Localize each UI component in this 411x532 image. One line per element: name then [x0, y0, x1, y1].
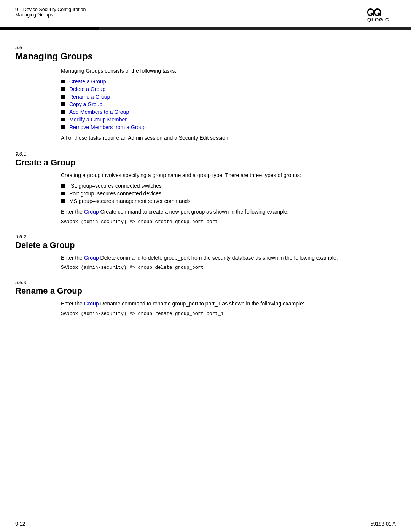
group-type-isl: ISL group–secures connected switches	[69, 183, 162, 189]
svg-text:QLOGIC: QLOGIC	[367, 17, 389, 22]
rename-group-link[interactable]: Rename a Group	[69, 94, 110, 100]
create-code-block: SANbox (admin-security) #> group create …	[61, 219, 396, 225]
remove-members-link[interactable]: Remove Members from a Group	[69, 124, 146, 130]
group-types-list: ISL group–secures connected switches Por…	[61, 183, 396, 204]
create-body2: Enter the Group Create command to create…	[61, 208, 396, 216]
chapter-label: 9 – Device Security Configuration	[15, 7, 86, 12]
rule-black	[0, 27, 99, 30]
admin-note: All of these tasks require an Admin sess…	[61, 134, 396, 142]
qlogic-logo: QLOGIC	[367, 7, 396, 24]
bullet-icon	[61, 102, 65, 106]
page-header: 9 – Device Security Configuration Managi…	[0, 0, 411, 24]
doc-number: 59183-01 A	[370, 521, 396, 527]
list-item: Rename a Group	[61, 94, 396, 100]
bullet-icon	[61, 125, 65, 129]
header-divider	[0, 27, 411, 30]
delete-group-link[interactable]: Delete a Group	[69, 86, 105, 92]
create-group-link[interactable]: Create a Group	[69, 78, 106, 85]
rename-code-block: SANbox (admin-security) #> group rename …	[61, 311, 396, 316]
rename-body1: Enter the Group Rename command to rename…	[61, 300, 396, 308]
delete-body1-post: Delete command to delete group_port from…	[99, 255, 338, 261]
modify-member-link[interactable]: Modify a Group Member	[69, 117, 127, 123]
bullet-icon	[61, 95, 65, 99]
subsection-962-content: Enter the Group Delete command to delete…	[61, 254, 396, 271]
rename-body1-post: Rename command to rename group_port to p…	[99, 300, 304, 307]
page-footer: 9-12 59183-01 A	[0, 517, 411, 532]
create-group-inline-link[interactable]: Group	[84, 209, 99, 215]
group-type-port: Port group–secures connected devices	[69, 190, 161, 197]
section-9-6-content: Managing Groups consists of the followin…	[61, 67, 396, 142]
list-item: Copy a Group	[61, 101, 396, 107]
rename-body1-pre: Enter the	[61, 300, 84, 307]
delete-code-block: SANbox (admin-security) #> group delete …	[61, 265, 396, 270]
list-item: Delete a Group	[61, 86, 396, 92]
add-members-link[interactable]: Add Members to a Group	[69, 109, 129, 115]
bullet-icon	[61, 80, 65, 83]
bullet-icon	[61, 192, 65, 195]
subsection-963-content: Enter the Group Rename command to rename…	[61, 300, 396, 316]
bullet-icon	[61, 87, 65, 91]
subsection-962-num: 9.6.2	[15, 234, 396, 240]
delete-body1-pre: Enter the	[61, 255, 84, 261]
page-wrapper: 9 – Device Security Configuration Managi…	[0, 0, 411, 532]
subsection-962-title: Delete a Group	[15, 240, 396, 250]
subsection-961-content: Creating a group involves specifying a g…	[61, 171, 396, 224]
subsection-963-title: Rename a Group	[15, 286, 396, 296]
intro-text: Managing Groups consists of the followin…	[61, 67, 396, 75]
list-item: MS group–secures management server comma…	[61, 198, 396, 204]
section-9-6-num: 9.6	[15, 45, 396, 50]
bullet-icon	[61, 118, 65, 121]
list-item: Port group–secures connected devices	[61, 190, 396, 197]
delete-body1: Enter the Group Delete command to delete…	[61, 254, 396, 262]
section-9-6-title: Managing Groups	[15, 51, 396, 62]
subsection-961-title: Create a Group	[15, 158, 396, 168]
list-item: Create a Group	[61, 78, 396, 85]
rename-group-inline-link[interactable]: Group	[84, 300, 99, 307]
group-type-ms: MS group–secures management server comma…	[69, 198, 190, 204]
delete-group-inline-link[interactable]: Group	[84, 255, 99, 261]
logo-container: QLOGIC	[367, 7, 396, 24]
list-item: ISL group–secures connected switches	[61, 183, 396, 189]
subsection-963-num: 9.6.3	[15, 280, 396, 285]
bullet-icon	[61, 199, 65, 203]
header-text: 9 – Device Security Configuration Managi…	[15, 7, 86, 18]
bullet-icon	[61, 184, 65, 188]
list-item: Add Members to a Group	[61, 109, 396, 115]
main-content: 9.6 Managing Groups Managing Groups cons…	[0, 30, 411, 517]
create-body1: Creating a group involves specifying a g…	[61, 171, 396, 180]
list-item: Remove Members from a Group	[61, 124, 396, 130]
task-list: Create a Group Delete a Group Rename a G…	[61, 78, 396, 130]
list-item: Modify a Group Member	[61, 117, 396, 123]
subsection-961-num: 9.6.1	[15, 151, 396, 157]
create-body2-pre: Enter the	[61, 209, 84, 215]
copy-group-link[interactable]: Copy a Group	[69, 101, 102, 107]
rule-dark	[99, 27, 411, 30]
page-number: 9-12	[15, 521, 25, 527]
create-body2-post: Create command to create a new port grou…	[99, 209, 289, 215]
bullet-icon	[61, 110, 65, 114]
section-label: Managing Groups	[15, 12, 86, 18]
